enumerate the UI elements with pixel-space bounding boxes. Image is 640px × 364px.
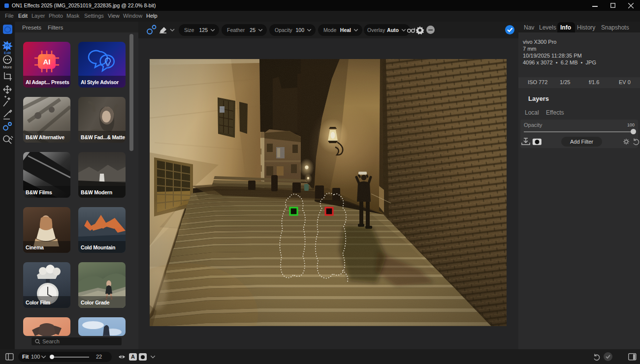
svg-text:FX: FX xyxy=(5,44,10,47)
svg-text:AI: AI xyxy=(43,58,51,66)
svg-text:Edit: Edit xyxy=(4,51,11,55)
svg-text:More: More xyxy=(3,65,12,69)
